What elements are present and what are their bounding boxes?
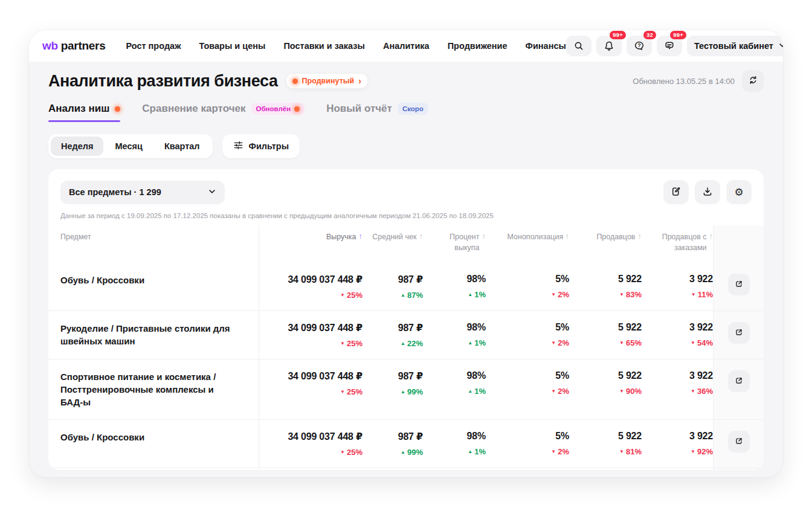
search-icon xyxy=(573,40,584,51)
monopolization-cell: 5% ▼2% xyxy=(486,359,569,419)
nav-item-sales-growth[interactable]: Рост продаж xyxy=(126,41,181,51)
account-switcher[interactable]: Тестовый кабинет xyxy=(687,36,783,56)
chevron-right-icon: › xyxy=(358,77,361,85)
sellers-cell: 5 922 ▼83% xyxy=(569,263,642,311)
delta-arrow-icon: ▼ xyxy=(551,292,556,297)
chat-icon xyxy=(664,40,675,51)
refresh-icon xyxy=(748,75,758,87)
orange-dot-icon xyxy=(115,106,120,112)
delta-arrow-icon: ▼ xyxy=(340,389,345,395)
new-document-icon xyxy=(671,186,682,199)
nav-actions: 99+ ? 32 99+ xyxy=(566,36,783,56)
nav-item-promotion[interactable]: Продвижение xyxy=(448,41,507,51)
column-header-subject[interactable]: Предмет xyxy=(60,225,259,263)
period-week-button[interactable]: Неделя xyxy=(51,137,103,156)
niche-table-card: Все предметы · 1 299 xyxy=(48,169,764,470)
table-settings-button[interactable]: ⚙ xyxy=(726,180,752,204)
subject-name: Рукоделие / Приставные столики для швейн… xyxy=(60,311,259,359)
orange-dot-icon xyxy=(294,106,300,112)
sliders-icon xyxy=(233,140,243,152)
last-updated-text: Обновлено 13.05.25 в 14:00 xyxy=(633,77,735,86)
gear-icon: ⚙ xyxy=(734,187,743,198)
open-niche-report-button[interactable] xyxy=(728,370,750,392)
plan-badge[interactable]: Продвинутый › xyxy=(286,74,367,88)
table-header-row: Предмет Выручка↑ Средний чек↑ Процент вы… xyxy=(48,225,764,263)
period-month-button[interactable]: Месяц xyxy=(105,137,152,156)
chevron-down-icon xyxy=(208,187,216,198)
download-icon xyxy=(702,186,713,199)
delta-arrow-icon: ▼ xyxy=(340,450,345,455)
open-niche-report-button[interactable] xyxy=(728,431,750,453)
page-title: Аналитика развития бизнеса xyxy=(48,72,278,91)
delta-arrow-icon: ▲ xyxy=(401,389,405,395)
logo-partners: partners xyxy=(61,39,106,53)
table-body: Обувь / Кроссовки 34 099 037 448 ₽ ▼25% … xyxy=(48,263,764,468)
external-link-icon xyxy=(734,436,744,448)
open-niche-report-button[interactable] xyxy=(728,322,750,344)
delta-arrow-icon: ▼ xyxy=(691,340,695,346)
column-header-monopolization[interactable]: Монополизация↑ xyxy=(486,225,569,263)
account-name: Тестовый кабинет xyxy=(694,41,773,51)
download-button[interactable] xyxy=(695,180,720,204)
search-button[interactable] xyxy=(566,36,591,56)
create-report-button[interactable] xyxy=(663,180,689,204)
notifications-button[interactable]: 99+ xyxy=(596,36,622,56)
monopolization-cell: 5% ▼2% xyxy=(486,263,569,311)
tab-label: Сравнение карточек xyxy=(142,103,245,115)
nav-item-goods-prices[interactable]: Товары и цены xyxy=(199,41,265,51)
revenue-cell: 34 099 037 448 ₽ ▼25% xyxy=(259,420,362,468)
table-footer-row: Показать ещё xyxy=(48,468,764,470)
avg-check-cell: 987 ₽ ▲22% xyxy=(362,311,423,359)
external-link-icon xyxy=(734,376,744,387)
delta-arrow-icon: ▼ xyxy=(340,341,345,346)
wb-partners-logo[interactable]: wb partners xyxy=(42,39,105,53)
avg-check-cell: 987 ₽ ▲99% xyxy=(362,359,423,419)
actions-column-header xyxy=(713,225,764,263)
delta-arrow-icon: ▲ xyxy=(401,292,405,298)
sellers-with-orders-cell: 3 922 ▼11% xyxy=(642,263,713,311)
chevron-down-icon xyxy=(778,41,783,51)
open-niche-report-button[interactable] xyxy=(728,274,750,295)
table-row: Спортивное питание и косметика / Посттре… xyxy=(48,359,764,419)
period-segmented-control: Неделя Месяц Квартал xyxy=(48,134,213,158)
delta-arrow-icon: ▼ xyxy=(691,292,696,297)
column-header-sellers[interactable]: Продавцов↑ xyxy=(569,225,642,263)
report-tabs: Анализ ниш Сравнение карточек Обновлён Н… xyxy=(48,103,764,122)
column-header-sellers-with-orders[interactable]: Продавцов с заказами↑ xyxy=(642,225,713,263)
external-link-icon xyxy=(734,327,744,339)
column-header-buyout[interactable]: Процент выкупа↑ xyxy=(423,225,486,263)
sellers-with-orders-cell: 3 922 ▼92% xyxy=(642,420,713,468)
period-quarter-button[interactable]: Квартал xyxy=(154,137,210,156)
sellers-cell: 5 922 ▼90% xyxy=(569,359,642,419)
subject-filter-select[interactable]: Все предметы · 1 299 xyxy=(60,181,225,204)
column-header-revenue[interactable]: Выручка↑ xyxy=(259,225,362,263)
refresh-button[interactable] xyxy=(742,70,764,92)
chat-count-badge: 99+ xyxy=(670,31,686,39)
orange-dot-icon xyxy=(292,79,298,84)
delta-arrow-icon: ▼ xyxy=(691,449,695,454)
help-count-badge: 32 xyxy=(643,31,656,39)
help-button[interactable]: ? 32 xyxy=(627,36,652,56)
avg-check-cell: 987 ₽ ▲87% xyxy=(362,263,423,311)
nav-item-supplies-orders[interactable]: Поставки и заказы xyxy=(283,41,365,51)
notifications-count-badge: 99+ xyxy=(610,31,626,39)
chat-button[interactable]: 99+ xyxy=(657,36,682,56)
show-more-link[interactable]: Показать ещё xyxy=(60,468,120,470)
column-header-avg-check[interactable]: Средний чек↑ xyxy=(362,225,423,263)
delta-arrow-icon: ▲ xyxy=(401,341,405,346)
table-row: Обувь / Кроссовки 34 099 037 448 ₽ ▼25% … xyxy=(48,263,764,311)
buyout-percent-cell: 98% ▲1% xyxy=(423,359,486,419)
subject-filter-value: Все предметы · 1 299 xyxy=(69,187,161,197)
tab-niche-analysis[interactable]: Анализ ниш xyxy=(48,103,120,122)
external-link-icon xyxy=(734,279,744,291)
subject-name: Обувь / Кроссовки xyxy=(60,420,259,468)
nav-item-analytics[interactable]: Аналитика xyxy=(383,41,430,51)
tab-new-report[interactable]: Новый отчёт Скоро xyxy=(326,103,428,122)
updated-badge: Обновлён xyxy=(251,103,305,115)
nav-item-finance[interactable]: Финансы xyxy=(526,41,566,51)
tab-card-comparison[interactable]: Сравнение карточек Обновлён xyxy=(142,103,304,122)
monopolization-cell: 5% ▼2% xyxy=(486,311,569,359)
delta-arrow-icon: ▲ xyxy=(468,292,472,297)
page-header: Аналитика развития бизнеса Продвинутый ›… xyxy=(48,70,764,92)
filters-button[interactable]: Фильтры xyxy=(222,134,300,158)
